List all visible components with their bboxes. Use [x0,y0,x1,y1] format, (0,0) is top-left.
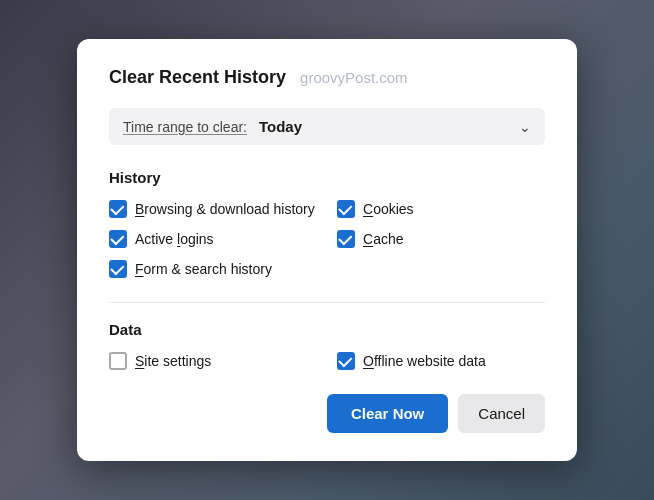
data-checkboxes-grid: Site settings Offline website data [109,352,545,370]
dialog-title-row: Clear Recent History groovyPost.com [109,67,545,88]
checkbox-active-logins-label: Active logins [135,231,214,247]
checkbox-site-settings[interactable]: Site settings [109,352,317,370]
watermark-text: groovyPost.com [300,69,408,86]
checkbox-offline-website-box[interactable] [337,352,355,370]
checkbox-cache-label: Cache [363,231,403,247]
checkbox-cookies-label: Cookies [363,201,414,217]
time-range-row[interactable]: Time range to clear: Today ⌄ [109,108,545,145]
underline-o: O [363,353,374,369]
checkbox-cookies[interactable]: Cookies [337,200,545,218]
time-range-select[interactable]: Today ⌄ [259,118,531,135]
checkbox-browsing-label: Browsing & download history [135,201,315,217]
underline-ca: C [363,231,373,247]
checkbox-active-logins-box[interactable] [109,230,127,248]
checkbox-browsing[interactable]: Browsing & download history [109,200,317,218]
section-divider [109,302,545,303]
underline-l: l [177,231,180,247]
time-range-label: Time range to clear: [123,119,247,135]
dialog-title-text: Clear Recent History [109,67,286,88]
checkbox-cache-box[interactable] [337,230,355,248]
checkbox-offline-website[interactable]: Offline website data [337,352,545,370]
checkbox-browsing-box[interactable] [109,200,127,218]
underline-s: S [135,353,144,369]
cancel-button[interactable]: Cancel [458,394,545,433]
chevron-down-icon: ⌄ [519,119,531,135]
data-section-title: Data [109,321,545,338]
history-section: History Browsing & download history Cook… [109,169,545,278]
underline-f: F [135,261,144,277]
dialog-box: Clear Recent History groovyPost.com Time… [77,39,577,461]
checkbox-offline-website-label: Offline website data [363,353,486,369]
time-range-value: Today [259,118,302,135]
underline-b: B [135,201,144,217]
checkbox-cookies-box[interactable] [337,200,355,218]
underline-c: C [363,201,373,217]
checkbox-site-settings-box[interactable] [109,352,127,370]
history-checkboxes-grid: Browsing & download history Cookies Acti… [109,200,545,278]
data-section: Data Site settings Offline website data [109,321,545,370]
clear-now-button[interactable]: Clear Now [327,394,448,433]
checkbox-site-settings-label: Site settings [135,353,211,369]
checkbox-active-logins[interactable]: Active logins [109,230,317,248]
button-row: Clear Now Cancel [109,394,545,433]
checkbox-cache[interactable]: Cache [337,230,545,248]
checkbox-form-search-label: Form & search history [135,261,272,277]
history-section-title: History [109,169,545,186]
checkbox-form-search-box[interactable] [109,260,127,278]
checkbox-form-search[interactable]: Form & search history [109,260,317,278]
